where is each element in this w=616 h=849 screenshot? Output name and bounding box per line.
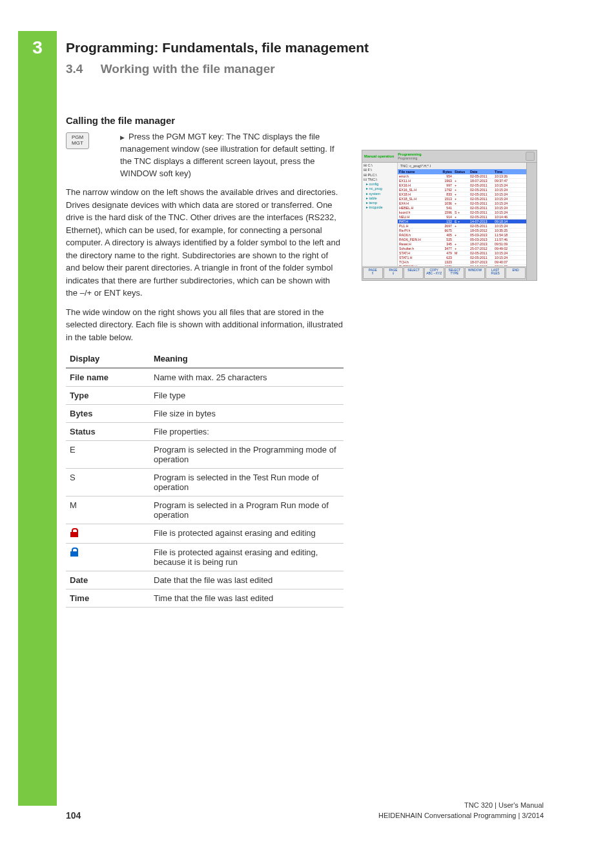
softkey: PAGE ⇓: [384, 267, 404, 279]
paragraph-1: The narrow window on the left shows the …: [66, 186, 344, 300]
table-cell-display: Type: [66, 387, 150, 405]
table-cell-display: S: [66, 469, 150, 496]
section-title: Working with the file manager: [101, 62, 275, 76]
tree-node: ⊞ PLC:\: [364, 173, 396, 178]
display-meaning-table: Display Meaning File nameName with max. …: [66, 350, 344, 608]
tree-node: ▸ system: [364, 192, 396, 196]
table-cell-meaning: File properties:: [150, 423, 344, 441]
softkey: WINDOW: [465, 267, 485, 279]
tree-node: ⊞ C:\: [364, 163, 396, 168]
tnc-mode-sub: Programming: [398, 156, 421, 160]
tree-node: ▸ nc_prog: [364, 187, 396, 191]
tree-node: ▸ config: [364, 182, 396, 187]
file-row: TURBINE.H197109-10-201207:11:22: [398, 265, 526, 266]
softkey: LAST FILES: [486, 267, 506, 279]
table-cell-meaning: Program is selected in a Program Run mod…: [150, 496, 344, 524]
file-row: koord.h1596S +02-05-201110:15:24: [398, 210, 526, 215]
table-cell-display: Bytes: [66, 405, 150, 423]
tnc-path-bar: TNC: c_prog\*.H;*.I: [398, 163, 526, 169]
table-cell-meaning: File is protected against erasing and ed…: [150, 544, 344, 571]
section-heading: 3.4 Working with the file manager: [66, 62, 570, 76]
table-header-meaning: Meaning: [150, 350, 344, 368]
tree-node: ⊞ F:\: [364, 168, 396, 172]
file-row: error.h95402-05-201110:13:26: [398, 174, 526, 179]
tnc-right-sidebar: [526, 163, 537, 280]
file-row: EX18_SL.H1513+02-05-201110:15:24: [398, 197, 526, 201]
table-cell-display: Date: [66, 571, 150, 589]
pgm-mgt-key-icon: PGM MGT: [66, 132, 89, 149]
file-row: EX4.H1036+02-05-201110:15:24: [398, 201, 526, 206]
file-row: EX16_SL.H1792+02-05-201110:15:24: [398, 188, 526, 192]
page-number: 104: [66, 810, 81, 821]
softkey: PAGE ⇑: [363, 267, 383, 279]
file-row: TCH.h132318-07-201309:40:07: [398, 260, 526, 265]
tree-node: ▸ tncguide: [364, 205, 396, 210]
table-cell-meaning: File type: [150, 387, 344, 405]
table-cell-meaning: Time that the file was last edited: [150, 589, 344, 608]
file-row: RAD6_FEIN.H52505-03-201311:57:46: [398, 238, 526, 242]
section-number: 3.4: [66, 62, 83, 76]
table-cell-meaning: Program is selected in the Test Run mode…: [150, 469, 344, 496]
table-cell-display: Status: [66, 423, 150, 441]
table-cell-meaning: Date that the file was last edited: [150, 571, 344, 589]
table-cell-meaning: Name with max. 25 characters: [150, 368, 344, 387]
lock-red-icon: [70, 528, 79, 537]
table-cell-meaning: File is protected against erasing and ed…: [150, 524, 344, 544]
file-row: PL1.H2697+02-05-201110:15:24: [398, 224, 526, 229]
table-cell-display: E: [66, 441, 150, 469]
file-row: NEU.H914+02-05-201110:14:46: [398, 215, 526, 220]
softkey: COPY ABC→XYZ: [424, 267, 444, 279]
chapter-sidebar: [18, 31, 57, 806]
table-cell-display: [66, 524, 150, 544]
table-cell-display: M: [66, 496, 150, 524]
table-cell-display: Time: [66, 589, 150, 608]
gear-icon: [526, 152, 535, 161]
file-row: STAT1.H62302-05-201110:15:24: [398, 256, 526, 260]
file-row: Ra-Pl.h667518-05-201210:35:25: [398, 229, 526, 233]
footer-text: TNC 320 | User's Manual HEIDENHAIN Conve…: [378, 801, 544, 821]
tnc-softkey-row: PAGE ⇑PAGE ⇓SELECTCOPY ABC→XYZSELECT TYP…: [362, 266, 526, 280]
tree-node: ▸ table: [364, 196, 396, 201]
file-row: RAD6.h405+05-03-201311:54:18: [398, 233, 526, 238]
table-header-display: Display: [66, 350, 150, 368]
file-row: Schulter.h3477+25-07-201209:49:02: [398, 247, 526, 251]
tnc-mode-left: Manual operation: [364, 154, 394, 158]
tnc-file-list: TNC: c_prog\*.H;*.I File name Bytes Stat…: [398, 163, 526, 266]
key-instruction-text: Press the PGM MGT key: The TNC displays …: [120, 131, 346, 179]
lock-blue-icon: [70, 547, 79, 557]
file-row: EX18.H833+02-05-201110:15:24: [398, 192, 526, 197]
tnc-directory-tree: ⊞ C:\⊞ F:\⊞ PLC:\⊟ TNC:\▸ config▸ nc_pro…: [362, 163, 398, 266]
file-row: EX11.H1963+18-07-201309:37:47: [398, 179, 526, 183]
tnc-screenshot-illustration: Manual operation Programming Programming…: [362, 150, 537, 281]
table-cell-meaning: Program is selected in the Programming m…: [150, 441, 344, 469]
tree-node: ⊟ TNC:\: [364, 178, 396, 182]
tnc-file-header: File name Bytes Status Date Time: [398, 169, 526, 174]
paragraph-2: The wide window on the right shows you a…: [66, 306, 344, 344]
file-row: EX16.H997+02-05-201110:15:24: [398, 183, 526, 188]
table-cell-display: [66, 544, 150, 571]
tree-node: ▸ temp: [364, 201, 396, 205]
softkey: END: [506, 267, 526, 279]
file-row: Reset.H345+18-07-201309:51:09: [398, 242, 526, 247]
chapter-title: Programming: Fundamentals, file manageme…: [66, 40, 570, 56]
table-cell-meaning: File size in bytes: [150, 405, 344, 423]
softkey: SELECT TYPE: [445, 267, 465, 279]
file-row: PAT.H152E +14-07-201309:18:14: [398, 220, 526, 224]
file-row: STAT.H479M02-05-201110:15:24: [398, 251, 526, 256]
file-row: HEBEL.H54102-05-201110:15:24: [398, 206, 526, 210]
subsection-heading: Calling the file manager: [66, 115, 570, 126]
softkey: SELECT: [404, 267, 424, 279]
table-cell-display: File name: [66, 368, 150, 387]
chapter-number: 3: [18, 37, 57, 58]
